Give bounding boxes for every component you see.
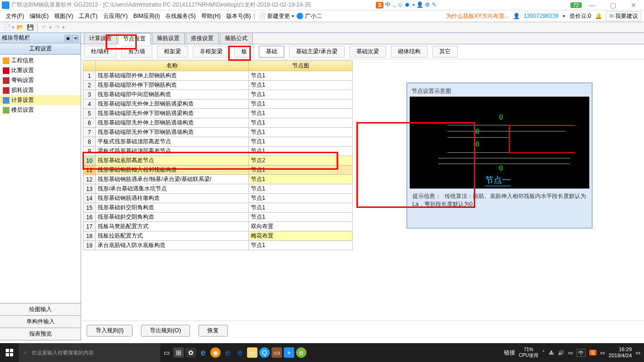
- save-icon[interactable]: 💾: [25, 23, 36, 32]
- tree-item[interactable]: 工程信息: [0, 56, 81, 66]
- table-row[interactable]: 10筏形基础底部高差节点节点2: [83, 156, 353, 165]
- table-row[interactable]: 5筏形基础端部无外伸下部钢筋遇梁构造节点1: [83, 109, 353, 118]
- menu-bim[interactable]: BIM应用(I): [131, 11, 163, 21]
- menu-file[interactable]: 文件(F): [3, 11, 27, 21]
- ime-badge[interactable]: S: [376, 2, 383, 8]
- open-file-icon[interactable]: 📂: [15, 23, 25, 32]
- menu-version[interactable]: 版本号(B): [223, 11, 254, 21]
- component-tab[interactable]: 基础: [259, 46, 284, 58]
- tb-app-4[interactable]: e: [222, 343, 234, 362]
- menu-online[interactable]: 在线服务(S): [163, 11, 198, 21]
- report-preview-button[interactable]: 报表预览: [0, 328, 81, 340]
- tree-item[interactable]: 弯钩设置: [0, 75, 81, 85]
- tb-app-6[interactable]: ▭: [271, 343, 283, 362]
- tb-ie[interactable]: e: [234, 343, 246, 362]
- sheet-tab[interactable]: 搭接设置: [186, 33, 219, 44]
- undo-icon[interactable]: ↶: [39, 23, 50, 32]
- component-tab[interactable]: 其它: [432, 46, 458, 58]
- import-rules-button[interactable]: 导入规则(I): [87, 325, 132, 337]
- menu-tool[interactable]: 工具(T): [76, 11, 100, 21]
- new-file-icon[interactable]: 📄: [2, 23, 12, 32]
- sheet-tab[interactable]: 箍筋设置: [152, 33, 185, 44]
- table-row[interactable]: 18筏板拉筋配置方式梅花布置: [83, 231, 353, 241]
- menu-view[interactable]: 视图(V): [51, 11, 76, 21]
- table-row[interactable]: 7筏形基础端部无外伸下部钢筋遇墙构造节点1: [83, 128, 353, 137]
- menu-help[interactable]: 帮助(H): [198, 11, 223, 21]
- ime-icons[interactable]: 中 ., ☺ ⏺ ⌨ 👤 ⚙ ✎: [385, 1, 436, 9]
- tray-up-icon[interactable]: ˄: [542, 350, 545, 356]
- table-row[interactable]: 16筏形基础斜交阴角构造节点1: [83, 213, 353, 222]
- tb-app-5[interactable]: Q: [258, 343, 271, 362]
- sheet-tab[interactable]: 节点设置: [118, 33, 151, 44]
- table-row[interactable]: 2筏形基础端部外伸下部钢筋构造节点1: [83, 81, 353, 90]
- maximize-button[interactable]: ▢: [603, 0, 623, 10]
- user-phone[interactable]: 13907298339: [524, 13, 558, 19]
- warning-text[interactable]: 为什么筏板XY方向布置...: [446, 12, 509, 20]
- minimize-button[interactable]: —: [582, 0, 603, 10]
- sheet-tab[interactable]: 计算设置: [84, 33, 117, 44]
- single-input-button[interactable]: 单构件输入: [0, 316, 81, 328]
- new-change-button[interactable]: 📄 新建变更 ▼: [259, 12, 295, 20]
- tb-app-1[interactable]: ⊞: [173, 343, 185, 362]
- table-row[interactable]: 12筏形基础钢筋遇承台/独基/承台梁/基础联系梁/节点1: [83, 175, 353, 184]
- close-button[interactable]: ✕: [623, 0, 644, 10]
- tb-edge[interactable]: e: [197, 343, 209, 362]
- tray-ime-icon[interactable]: 中: [577, 349, 586, 357]
- tray-link[interactable]: 链接: [504, 349, 515, 357]
- tree-item[interactable]: 损耗设置: [0, 85, 81, 95]
- redo-icon[interactable]: ↷: [52, 23, 63, 32]
- diagram-title: 节点设置示意图: [410, 86, 589, 97]
- table-row[interactable]: 8平板式筏形基础顶部高差节点节点1: [83, 137, 353, 147]
- table-row[interactable]: 17筏板马凳筋配置方式双向布置: [83, 222, 353, 231]
- menu-cloud[interactable]: 云应用(Y): [100, 11, 131, 21]
- tree-item[interactable]: 计算设置: [0, 95, 81, 105]
- tb-app-2[interactable]: ✿: [185, 343, 197, 362]
- search-box[interactable]: ○ 在这里输入你要搜索的内容: [19, 343, 160, 362]
- component-tab[interactable]: 砌体结构: [391, 46, 428, 58]
- tree-item[interactable]: 比重设置: [0, 66, 81, 75]
- component-tab[interactable]: 板: [234, 46, 254, 58]
- sheet-tab[interactable]: 箍筋公式: [220, 33, 253, 44]
- export-rules-button[interactable]: 导出规则(O): [141, 325, 190, 337]
- start-button[interactable]: [0, 343, 19, 362]
- suggestion-button[interactable]: ✉ 我要建议: [606, 11, 641, 21]
- taskbar: ○ 在这里输入你要搜索的内容 ▭ ⊞ ✿ e ◉ e e ▭ Q ▭ + e 链…: [0, 343, 644, 362]
- user-name: 广小二: [305, 12, 322, 20]
- tb-app-7[interactable]: +: [283, 343, 295, 362]
- table-row[interactable]: 19承台底筋锚入防水底板构造节点1: [83, 241, 353, 250]
- tray-network-icon[interactable]: 🖧: [549, 350, 554, 355]
- table-row[interactable]: 11筏形基础钢筋锚入相邻筏板构造节点1: [83, 165, 353, 175]
- tree-item[interactable]: 楼层设置: [0, 105, 81, 115]
- clock[interactable]: 16:29 2018/4/24: [609, 346, 632, 359]
- menu-edit[interactable]: 编辑(E): [27, 11, 51, 21]
- component-tab[interactable]: 柱/墙柱: [84, 46, 116, 58]
- component-tab[interactable]: 非框架梁: [193, 46, 230, 58]
- restore-button[interactable]: 恢复: [198, 325, 228, 337]
- tray-volume-icon[interactable]: 🔊: [558, 350, 564, 356]
- table-row[interactable]: 13筏形/承台基础遇集水坑节点节点1: [83, 184, 353, 194]
- table-row[interactable]: 6筏形基础端部无外伸上部钢筋遇墙构造节点1: [83, 118, 353, 128]
- tb-explorer[interactable]: ▭: [246, 343, 258, 362]
- table-row[interactable]: 3筏形基础端部中间层钢筋构造节点1: [83, 90, 353, 99]
- tray-battery-icon[interactable]: ▭: [568, 350, 573, 356]
- component-tab[interactable]: 框架梁: [157, 46, 188, 58]
- table-row[interactable]: 1筏形基础端部外伸上部钢筋构造节点1: [83, 71, 353, 81]
- panel-pin-icon[interactable]: ▣: [65, 35, 71, 41]
- notifications-icon[interactable]: ▭: [636, 350, 640, 356]
- panel-collapse-icon[interactable]: ≪: [72, 35, 79, 41]
- table-row[interactable]: 15筏形基础斜交阳角构造节点1: [83, 203, 353, 213]
- user-avatar-icon[interactable]: [297, 13, 303, 19]
- task-view-icon[interactable]: ▭: [160, 343, 173, 362]
- table-row[interactable]: 4筏形基础端部无外伸上部钢筋遇梁构造节点1: [83, 99, 353, 109]
- project-settings-header[interactable]: 工程设置: [0, 43, 81, 55]
- tray-misc-icon[interactable]: ▭: [600, 350, 605, 356]
- draw-input-button[interactable]: 绘图输入: [0, 304, 81, 316]
- tray-sogou-icon[interactable]: S: [589, 350, 596, 355]
- table-row[interactable]: 14筏形基础钢筋遇柱墩构造节点1: [83, 194, 353, 203]
- component-tab[interactable]: 基础主梁/承台梁: [289, 46, 344, 58]
- component-tab[interactable]: 剪力墙: [121, 46, 152, 58]
- tb-app-8[interactable]: e: [295, 343, 307, 362]
- table-row[interactable]: 9梁板式筏形基础顶部高差节点节点1: [83, 147, 353, 156]
- tb-app-3[interactable]: ◉: [209, 343, 222, 362]
- component-tab[interactable]: 基础次梁: [349, 46, 386, 58]
